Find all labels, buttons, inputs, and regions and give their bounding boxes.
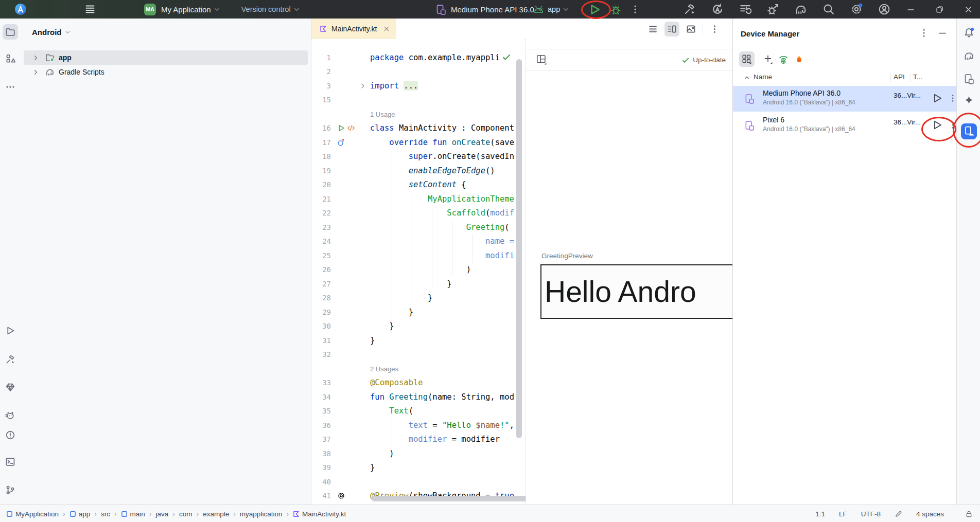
device-row-1[interactable]: Medium Phone API 36.0Android 16.0 ("Bakl… — [733, 86, 957, 112]
close-button[interactable] — [964, 5, 973, 14]
code-line: 16class MainActivity : Component — [311, 121, 524, 136]
device-selector[interactable]: Medium Phone API 36.0 — [435, 0, 544, 19]
search-everywhere-icon[interactable] — [822, 3, 835, 15]
device-row-2[interactable]: Pixel 6Android 16.0 ("Baklava") | x86_64… — [733, 113, 957, 138]
compose-preview-gutter-icon[interactable] — [347, 124, 355, 132]
sidebar-tool-version-control-tool[interactable] — [0, 480, 21, 500]
stripe-tool-gemini[interactable] — [957, 90, 980, 111]
stripe-tool-gradle[interactable] — [957, 45, 980, 66]
chevron-down-icon — [64, 28, 72, 36]
code-text: setContent { — [370, 180, 515, 189]
tree-item-app[interactable]: app — [24, 50, 308, 65]
device-grid-view-icon[interactable] — [742, 54, 752, 64]
lock-icon[interactable] — [965, 510, 973, 518]
preview-composable-name[interactable]: GreetingPreview — [541, 252, 593, 260]
usages-inlay-hint[interactable]: 1 Usage — [370, 111, 395, 118]
gutter-icons — [337, 433, 370, 447]
device-run-button[interactable] — [932, 93, 943, 104]
file-encoding[interactable]: UTF-8 — [861, 510, 881, 518]
title-bar: MA My Application Version control Medium… — [0, 0, 980, 19]
code-view-icon[interactable] — [648, 24, 658, 34]
greeting-preview-frame[interactable]: Hello Andro — [540, 264, 732, 319]
editor-more-icon[interactable] — [710, 24, 720, 34]
tree-item-gradle-scripts[interactable]: Gradle Scripts — [24, 65, 308, 79]
build-run-icon[interactable] — [684, 3, 696, 15]
run-button[interactable] — [588, 3, 601, 16]
stripe-tool-running-devices[interactable] — [957, 68, 980, 89]
terminal-icon — [5, 457, 15, 467]
breadcrumb-separator: › — [149, 510, 152, 518]
design-view-icon[interactable] — [686, 24, 696, 34]
breadcrumb-item-app[interactable]: app — [69, 510, 91, 518]
writable-indicator-icon[interactable] — [895, 510, 902, 518]
pair-wifi-icon[interactable] — [778, 54, 789, 64]
main-menu-icon[interactable] — [84, 4, 96, 15]
chevron-right-icon[interactable] — [32, 68, 40, 76]
vertical-scrollbar[interactable] — [516, 59, 522, 438]
run-configuration-selector[interactable]: app — [548, 5, 560, 13]
debug-button[interactable] — [610, 4, 622, 15]
device-run-button[interactable] — [932, 119, 943, 131]
sidebar-tool-project-view[interactable] — [0, 22, 21, 42]
project-selector[interactable]: My Application — [161, 5, 211, 14]
breadcrumb-label: java — [156, 510, 169, 518]
sidebar-tool-terminal[interactable] — [0, 452, 21, 472]
sidebar-tool-more-tool-windows[interactable] — [0, 77, 21, 97]
add-device-icon[interactable] — [763, 54, 773, 64]
gutter-icons — [337, 235, 370, 249]
line-number: 2 — [311, 67, 337, 76]
sidebar-tool-resource-manager[interactable] — [0, 48, 21, 69]
firebase-icon[interactable] — [794, 54, 804, 64]
hide-panel-icon[interactable] — [937, 28, 948, 38]
code-line: 33@Composable — [311, 376, 524, 390]
chevron-right-icon[interactable] — [32, 54, 40, 62]
code-line: 1package com.example.myappli — [311, 50, 524, 65]
breadcrumb-item-myapplication[interactable]: MyApplication — [6, 510, 59, 518]
code-editor[interactable]: 1package com.example.myappli23import ...… — [311, 39, 524, 505]
usages-inlay-hint[interactable]: 2 Usages — [370, 365, 398, 373]
indent-setting[interactable]: 4 spaces — [916, 510, 944, 518]
breadcrumb-item-myapplication[interactable]: myapplication — [240, 510, 283, 518]
module-icon — [6, 511, 13, 517]
version-control-tool-icon — [5, 485, 15, 495]
more-actions-icon[interactable] — [630, 4, 640, 14]
code-text: } — [370, 321, 515, 331]
maximize-button[interactable] — [935, 5, 944, 14]
stripe-tool-notifications[interactable] — [957, 22, 980, 43]
sidebar-tool-app-quality-insights[interactable] — [0, 377, 21, 398]
sidebar-tool-run-tool[interactable] — [0, 320, 21, 341]
build-picker-icon[interactable] — [739, 3, 751, 15]
sidebar-tool-logcat[interactable] — [0, 405, 21, 426]
apply-code-changes-icon[interactable] — [711, 3, 724, 15]
preview-layout-icon[interactable] — [536, 55, 547, 65]
gutter-icons — [337, 50, 370, 65]
sidebar-tool-problems[interactable] — [0, 425, 21, 445]
settings-icon[interactable] — [850, 3, 863, 15]
gradle-sync-icon[interactable] — [795, 3, 807, 15]
breadcrumb-item-com[interactable]: com — [179, 510, 192, 518]
tab-mainactivity[interactable]: MainActivity.kt — [311, 19, 396, 39]
breadcrumb-item-java[interactable]: java — [156, 510, 169, 518]
breadcrumb-item-mainactivity-kt[interactable]: MainActivity.kt — [293, 510, 346, 518]
fold-chevron-icon[interactable] — [359, 82, 367, 90]
inspection-ok-icon[interactable] — [502, 52, 511, 62]
split-view-icon[interactable] — [667, 24, 677, 34]
breadcrumb-item-main[interactable]: main — [121, 510, 145, 518]
caret-position[interactable]: 1:1 — [815, 510, 825, 518]
profile-icon[interactable] — [878, 3, 890, 15]
minimize-button[interactable] — [906, 5, 915, 14]
breadcrumb-item-example[interactable]: example — [203, 510, 229, 518]
override-gutter-icon[interactable] — [337, 138, 345, 147]
stripe-tool-device-manager[interactable] — [957, 121, 980, 141]
vcs-widget[interactable]: Version control — [241, 5, 291, 13]
sidebar-tool-build-tool[interactable] — [0, 349, 21, 370]
close-tab-icon[interactable] — [383, 25, 390, 32]
preview-settings-gutter-icon[interactable] — [337, 492, 345, 500]
line-separator[interactable]: LF — [839, 510, 847, 518]
attach-debugger-icon[interactable] — [767, 3, 779, 15]
run-gutter-icon[interactable] — [337, 124, 345, 132]
device-manager-options-icon[interactable] — [919, 28, 929, 38]
project-view-selector[interactable]: Android — [32, 25, 72, 39]
breadcrumb-item-src[interactable]: src — [101, 510, 110, 518]
device-table-header[interactable]: Name API T... — [733, 72, 957, 84]
